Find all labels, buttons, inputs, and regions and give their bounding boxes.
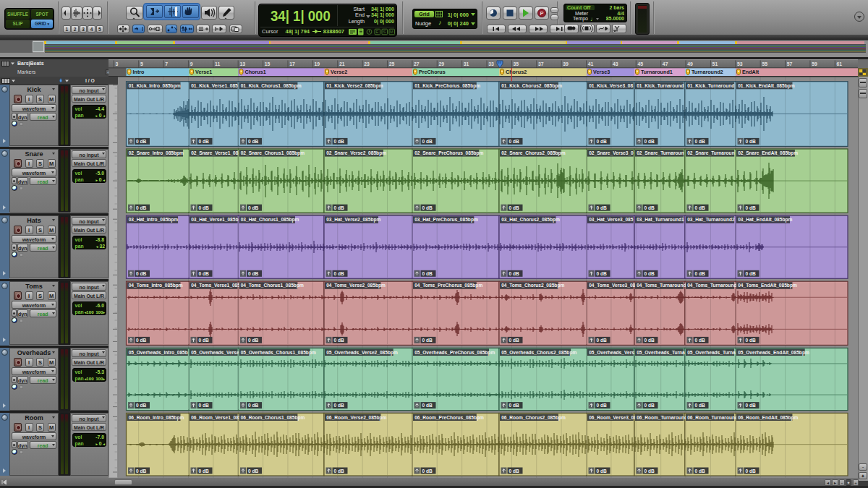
svg-text:43: 43 — [613, 61, 618, 67]
svg-text:5: 5 — [140, 61, 143, 67]
svg-text:06_Room_Turnaround: 06_Room_Turnaround — [637, 415, 687, 420]
svg-text:05_Overheads_Turna: 05_Overheads_Turna — [637, 350, 685, 355]
svg-text:0 dB: 0 dB — [248, 271, 259, 276]
svg-text:0 dB: 0 dB — [695, 139, 706, 144]
svg-text:0 dB: 0 dB — [136, 403, 147, 408]
svg-text:EndAlt: EndAlt — [742, 69, 760, 75]
svg-text:0 dB: 0 dB — [509, 139, 520, 144]
svg-text:0 dB: 0 dB — [695, 205, 706, 210]
svg-text:Chorus2: Chorus2 — [506, 69, 527, 75]
svg-text:04_Toms_Chorus1_085bpm: 04_Toms_Chorus1_085bpm — [241, 283, 304, 288]
svg-text:05_Overheads_PreChorus_085bpm: 05_Overheads_PreChorus_085bpm — [414, 350, 495, 356]
svg-text:05_Overheads_Verse: 05_Overheads_Verse — [191, 350, 239, 355]
svg-text:01_Kick_Verse1_085: 01_Kick_Verse1_085 — [191, 83, 238, 88]
svg-text:0 dB: 0 dB — [199, 205, 210, 210]
svg-text:02_Snare_Verse1_08: 02_Snare_Verse1_08 — [191, 150, 239, 155]
svg-text:0 dB: 0 dB — [644, 338, 655, 343]
svg-text:0 dB: 0 dB — [695, 403, 706, 408]
svg-text:P: P — [540, 10, 543, 17]
svg-text:01_Kick_Verse3_08: 01_Kick_Verse3_08 — [589, 83, 633, 88]
svg-text:06_Room_PreChorus_085bpm: 06_Room_PreChorus_085bpm — [414, 415, 484, 421]
svg-text:04_Toms_Verse3_08: 04_Toms_Verse3_08 — [589, 283, 635, 288]
svg-text:S: S — [383, 30, 386, 34]
svg-text:0 dB: 0 dB — [334, 139, 345, 144]
svg-text:0 dB: 0 dB — [644, 403, 655, 408]
svg-text:0 dB: 0 dB — [422, 338, 433, 343]
svg-text:0 dB: 0 dB — [746, 271, 757, 276]
svg-text:06_Room_Verse3_08: 06_Room_Verse3_08 — [589, 415, 637, 420]
svg-text:02_Snare_PreChorus_085bpm: 02_Snare_PreChorus_085bpm — [414, 150, 483, 156]
svg-text:Chorus1: Chorus1 — [245, 69, 266, 75]
svg-text:47: 47 — [663, 61, 668, 67]
svg-text:13: 13 — [239, 61, 245, 67]
svg-text:0 dB: 0 dB — [199, 271, 210, 276]
svg-text:06_Room_Chorus1_085bpm: 06_Room_Chorus1_085bpm — [241, 415, 305, 421]
svg-text:06_Room_Chorus2_085bpm: 06_Room_Chorus2_085bpm — [501, 415, 566, 421]
svg-text:0 dB: 0 dB — [746, 403, 757, 408]
svg-text:04_Toms_Verse2_085bpm: 04_Toms_Verse2_085bpm — [326, 283, 386, 288]
svg-text:06_Room_Verse1_085: 06_Room_Verse1_085 — [191, 415, 242, 420]
svg-text:06_Room_Verse2_085bpm: 06_Room_Verse2_085bpm — [326, 415, 386, 421]
svg-text:15: 15 — [265, 61, 271, 67]
svg-text:0 dB: 0 dB — [746, 139, 757, 144]
svg-text:0 dB: 0 dB — [422, 468, 433, 474]
svg-text:25: 25 — [389, 61, 395, 67]
svg-text:35: 35 — [514, 61, 519, 67]
svg-text:03_Hat_Verse3_085: 03_Hat_Verse3_085 — [589, 217, 634, 222]
svg-text:04_Toms_PreChorus_085bpm: 04_Toms_PreChorus_085bpm — [414, 283, 482, 288]
svg-text:03_Hat_Intro_085bpm: 03_Hat_Intro_085bpm — [129, 217, 179, 223]
svg-text:0 dB: 0 dB — [597, 468, 608, 474]
svg-text:11: 11 — [215, 61, 220, 67]
svg-text:33: 33 — [488, 61, 494, 67]
svg-text:0 dB: 0 dB — [422, 139, 433, 144]
svg-text:05_Overheads_Intro_085b: 05_Overheads_Intro_085b — [129, 350, 188, 355]
svg-text:02_Snare_Verse3_0: 02_Snare_Verse3_0 — [589, 150, 634, 155]
svg-text:3: 3 — [116, 61, 119, 67]
svg-text:M: M — [390, 30, 393, 34]
svg-text:21: 21 — [339, 61, 345, 67]
svg-text:41: 41 — [588, 61, 594, 67]
svg-text:03_Hat_Verse2_085bpm: 03_Hat_Verse2_085bpm — [326, 217, 380, 223]
svg-text:0 dB: 0 dB — [597, 403, 608, 408]
svg-text:04_Toms_Chorus2_085bpm: 04_Toms_Chorus2_085bpm — [501, 283, 564, 288]
svg-text:04_Toms_Intro_085bpm: 04_Toms_Intro_085bpm — [129, 283, 183, 288]
svg-text:0 dB: 0 dB — [597, 271, 608, 276]
svg-text:0 dB: 0 dB — [597, 205, 608, 210]
svg-text:39: 39 — [563, 61, 569, 67]
svg-text:0 dB: 0 dB — [422, 205, 433, 210]
svg-text:0 dB: 0 dB — [248, 403, 259, 408]
svg-text:0 dB: 0 dB — [136, 338, 147, 343]
svg-text:0 dB: 0 dB — [248, 139, 259, 144]
svg-text:49: 49 — [687, 61, 693, 67]
svg-text:57: 57 — [787, 61, 793, 67]
svg-text:0 dB: 0 dB — [509, 468, 520, 474]
svg-text:0 dB: 0 dB — [199, 468, 210, 474]
svg-text:0 dB: 0 dB — [509, 271, 520, 276]
svg-text:03_Hat_Turnaround1: 03_Hat_Turnaround1 — [637, 217, 684, 222]
svg-text:0 dB: 0 dB — [136, 271, 147, 276]
svg-text:05_Overheads_EndAlt_085bpm: 05_Overheads_EndAlt_085bpm — [738, 350, 809, 356]
svg-text:Verse3: Verse3 — [593, 69, 610, 75]
svg-text:0 dB: 0 dB — [746, 468, 757, 474]
svg-text:02_Snare_Chorus2_085bpm: 02_Snare_Chorus2_085bpm — [501, 150, 565, 156]
svg-text:02_Snare_Chorus1_085bpm: 02_Snare_Chorus1_085bpm — [241, 150, 305, 156]
svg-text:0 dB: 0 dB — [746, 205, 757, 210]
svg-text:05_Overheads_Vers: 05_Overheads_Vers — [589, 350, 634, 355]
svg-text:03_Hat_Verse1_085b: 03_Hat_Verse1_085b — [191, 217, 238, 222]
svg-text:03_Hat_Chorus1_085bpm: 03_Hat_Chorus1_085bpm — [241, 217, 299, 223]
svg-text:01_Kick_Turnaround: 01_Kick_Turnaround — [637, 83, 684, 88]
svg-text:02_Snare_Intro_085bpm: 02_Snare_Intro_085bpm — [129, 150, 184, 156]
svg-text:0 dB: 0 dB — [334, 271, 345, 276]
svg-text:E: E — [376, 30, 379, 34]
svg-text:27: 27 — [414, 61, 420, 67]
svg-text:04_Toms_Turnaround: 04_Toms_Turnaround — [637, 283, 686, 288]
svg-text:0 dB: 0 dB — [597, 338, 608, 343]
svg-text:Verse2: Verse2 — [331, 69, 347, 75]
svg-text:03_Hat_Chorus2_085bpm: 03_Hat_Chorus2_085bpm — [501, 217, 560, 223]
svg-text:05_Overheads_Turna: 05_Overheads_Turna — [687, 350, 736, 355]
svg-text:06_Room_Turnaround: 06_Room_Turnaround — [687, 415, 738, 420]
svg-text:31: 31 — [464, 61, 469, 67]
svg-text:01_Kick_Intro_085bpm: 01_Kick_Intro_085bpm — [129, 83, 181, 89]
svg-text:45: 45 — [637, 61, 643, 67]
svg-text:01_Kick_Chorus1_085bpm: 01_Kick_Chorus1_085bpm — [241, 83, 302, 89]
